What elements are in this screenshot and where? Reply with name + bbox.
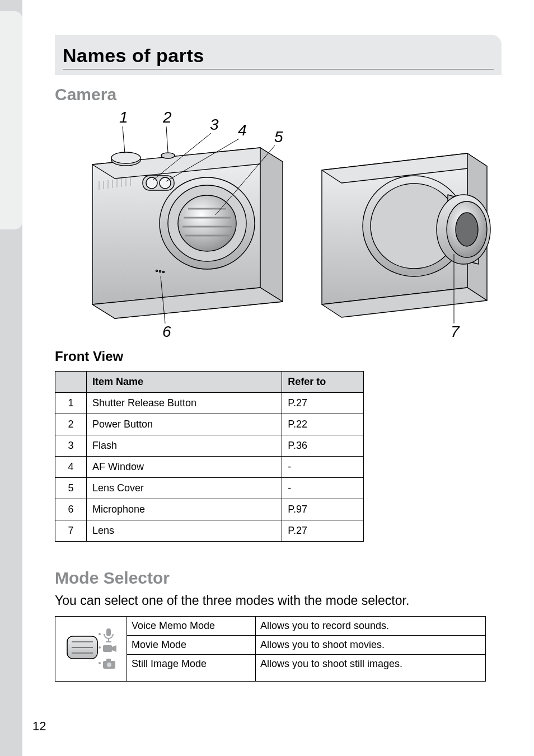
- table-row: 6 Microphone P.97: [55, 499, 364, 520]
- cell-item: AF Window: [86, 457, 282, 478]
- svg-marker-2: [260, 148, 283, 302]
- cell-num: 5: [55, 478, 87, 499]
- cell-item: Flash: [86, 435, 282, 457]
- callout-5: 5: [274, 128, 283, 145]
- mode-selector-table: Voice Memo Mode Allows you to record sou…: [55, 616, 486, 682]
- table-row: 2 Power Button P.22: [55, 414, 364, 435]
- mode-selector-desc: You can select one of the three modes wi…: [55, 593, 502, 608]
- mode-selector-icon-cell: [55, 617, 127, 682]
- cell-num: 3: [55, 435, 87, 457]
- table-row: 1 Shutter Release Button P.27: [55, 393, 364, 414]
- section-camera-title: Camera: [55, 85, 502, 104]
- camera-body-right: [322, 153, 490, 317]
- cell-mode: Voice Memo Mode: [127, 617, 256, 636]
- mode-selector-title: Mode Selector: [55, 569, 502, 588]
- callout-4: 4: [238, 121, 247, 139]
- cell-ref: -: [282, 478, 364, 499]
- cell-desc: Allows you to record sounds.: [256, 617, 486, 636]
- camera-diagram-svg: 1 2 3 4 5 6: [59, 109, 498, 341]
- front-view-table: Item Name Refer to 1 Shutter Release But…: [55, 371, 364, 542]
- col-header-num: [55, 372, 87, 393]
- page-body: Names of parts Camera: [22, 0, 534, 756]
- svg-point-23: [178, 195, 236, 251]
- cell-ref: P.22: [282, 414, 364, 435]
- cell-ref: -: [282, 457, 364, 478]
- col-header-item: Item Name: [86, 372, 282, 393]
- svg-point-16: [146, 177, 157, 189]
- cell-item: Shutter Release Button: [86, 393, 282, 414]
- cell-num: 2: [55, 414, 87, 435]
- cell-ref: P.27: [282, 393, 364, 414]
- cell-item: Lens Cover: [86, 478, 282, 499]
- cell-item: Power Button: [86, 414, 282, 435]
- mode-selector-icon: [63, 622, 120, 673]
- callout-2: 2: [162, 109, 172, 126]
- sidebar-chapter-tab: [0, 11, 22, 229]
- callout-7: 7: [451, 323, 460, 340]
- col-header-ref: Refer to: [282, 372, 364, 393]
- svg-point-6: [161, 153, 175, 158]
- callout-1: 1: [119, 109, 128, 126]
- callout-6: 6: [162, 323, 171, 340]
- cell-item: Microphone: [86, 499, 282, 520]
- svg-point-58: [99, 646, 101, 649]
- heading-title: Names of parts: [63, 45, 494, 69]
- cell-num: 4: [55, 457, 87, 478]
- svg-point-19: [159, 270, 161, 272]
- table-row: 4 AF Window -: [55, 457, 364, 478]
- svg-point-17: [160, 177, 171, 189]
- svg-point-18: [156, 270, 157, 271]
- svg-point-56: [107, 663, 111, 667]
- table-header-row: Item Name Refer to: [55, 372, 364, 393]
- svg-point-59: [99, 662, 101, 664]
- table-row: Voice Memo Mode Allows you to record sou…: [55, 617, 486, 636]
- front-view-heading: Front View: [55, 349, 502, 364]
- page-number: 12: [32, 719, 46, 734]
- svg-line-38: [166, 126, 168, 152]
- cell-desc: Allows you to shoot movies.: [256, 636, 486, 655]
- svg-point-57: [99, 633, 101, 635]
- table-row: 5 Lens Cover -: [55, 478, 364, 499]
- svg-rect-55: [106, 659, 111, 662]
- table-row: 7 Lens P.27: [55, 520, 364, 542]
- svg-rect-52: [103, 645, 112, 652]
- svg-point-36: [456, 213, 478, 246]
- cell-ref: P.97: [282, 499, 364, 520]
- svg-point-5: [111, 152, 140, 163]
- cell-num: 6: [55, 499, 87, 520]
- svg-marker-53: [112, 645, 116, 652]
- camera-body-left: [92, 148, 283, 318]
- svg-rect-49: [106, 628, 111, 636]
- cell-mode: Still Image Mode: [127, 655, 256, 682]
- svg-point-20: [162, 271, 164, 273]
- cell-item: Lens: [86, 520, 282, 542]
- cell-ref: P.36: [282, 435, 364, 457]
- svg-line-37: [123, 126, 125, 153]
- cell-num: 7: [55, 520, 87, 542]
- callout-3: 3: [210, 116, 219, 133]
- cell-mode: Movie Mode: [127, 636, 256, 655]
- heading-bar: Names of parts: [55, 35, 502, 75]
- camera-diagram: 1 2 3 4 5 6: [55, 109, 502, 343]
- cell-num: 1: [55, 393, 87, 414]
- cell-desc: Allows you to shoot still images.: [256, 655, 486, 682]
- table-row: 3 Flash P.36: [55, 435, 364, 457]
- cell-ref: P.27: [282, 520, 364, 542]
